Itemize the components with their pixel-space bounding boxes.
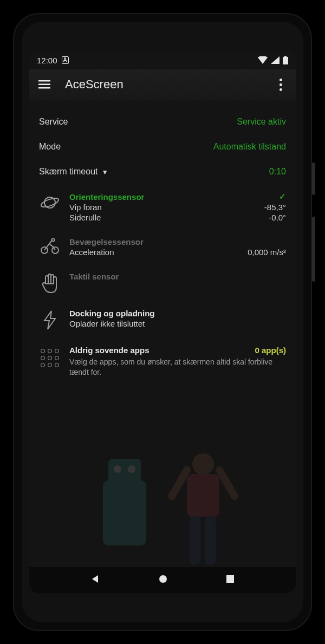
mode-label: Mode: [39, 142, 61, 152]
svg-rect-0: [283, 57, 288, 64]
kebab-icon: [280, 79, 282, 91]
status-bar: 12:00 A: [29, 51, 296, 69]
pitch-label: Vip foran: [69, 203, 102, 212]
docking-sub: Oplader ikke tilsluttet: [69, 319, 145, 328]
phone-frame: 12:00 A AceScreen: [13, 13, 312, 631]
square-recent-icon: [226, 575, 235, 583]
nav-back-button[interactable]: [90, 574, 100, 586]
navigation-bar: [29, 567, 296, 593]
svg-rect-3: [38, 84, 50, 86]
svg-point-6: [40, 197, 60, 209]
docking-title: Docking og opladning: [69, 309, 155, 318]
motion-title: Bevægelsessensor: [69, 237, 144, 246]
app-bar: AceScreen: [29, 69, 296, 100]
service-value: Service aktiv: [237, 117, 286, 127]
orientation-title: Orienteringssensor: [69, 192, 144, 201]
planet-icon: [39, 192, 61, 222]
overflow-menu-button[interactable]: [270, 74, 291, 95]
apps-title: Aldrig sovende apps: [69, 346, 150, 355]
svg-rect-1: [284, 56, 287, 57]
wifi-icon: [258, 56, 268, 64]
status-time: 12:00: [37, 56, 57, 65]
content: Service Service aktiv Mode Automatisk ti…: [29, 100, 296, 567]
apps-count: 0 app(s): [255, 346, 286, 355]
svg-rect-2: [38, 80, 50, 82]
timeout-label: Skærm timeout ▼: [39, 167, 108, 177]
mode-value: Automatisk tilstand: [213, 142, 286, 152]
nav-home-button[interactable]: [158, 574, 168, 586]
pitch-value: -85,3°: [264, 203, 286, 212]
apps-sub: Vælg de apps, som du ønsker, at skærmen …: [69, 355, 286, 378]
circle-home-icon: [158, 574, 168, 584]
motion-sensor-block[interactable]: Bevægelsessensor Acceleration 0,000 m/s²: [39, 230, 286, 264]
svg-point-10: [159, 575, 167, 583]
svg-rect-11: [226, 575, 234, 583]
tactile-title: Taktil sensor: [69, 272, 119, 281]
accel-value: 0,000 m/s²: [248, 248, 286, 257]
battery-icon: [283, 56, 288, 64]
chevron-down-icon: ▼: [100, 168, 108, 176]
svg-rect-4: [38, 87, 50, 89]
roll-label: Siderulle: [69, 213, 101, 222]
hamburger-icon: [38, 80, 50, 89]
docking-block[interactable]: Docking og opladning Oplader ikke tilslu…: [39, 301, 286, 338]
service-row[interactable]: Service Service aktiv: [39, 109, 286, 134]
hamburger-menu-button[interactable]: [34, 74, 55, 95]
triangle-back-icon: [90, 574, 100, 584]
cyclist-icon: [39, 237, 61, 257]
accel-label: Acceleration: [69, 248, 114, 257]
app-title: AceScreen: [65, 77, 260, 92]
cellular-icon: [271, 56, 280, 64]
apps-grid-icon: [39, 346, 61, 378]
background-illustration: [29, 410, 296, 567]
never-sleep-apps-block[interactable]: Aldrig sovende apps 0 app(s) Vælg de app…: [39, 338, 286, 385]
check-icon: ✓: [279, 192, 286, 201]
hand-icon: [39, 272, 61, 294]
timeout-value: 0:10: [269, 167, 286, 177]
service-label: Service: [39, 117, 68, 127]
nav-recent-button[interactable]: [226, 575, 235, 586]
app-screen: 12:00 A AceScreen: [29, 51, 296, 593]
orientation-sensor-block[interactable]: Orienteringssensor ✓ Vip foran -85,3° Si…: [39, 184, 286, 230]
lightning-icon: [39, 309, 61, 330]
svg-point-9: [52, 239, 55, 242]
roll-value: -0,0°: [269, 213, 286, 222]
tactile-sensor-block[interactable]: Taktil sensor: [39, 264, 286, 301]
keyboard-lang-icon: A: [62, 56, 69, 64]
mode-row[interactable]: Mode Automatisk tilstand: [39, 134, 286, 159]
timeout-row[interactable]: Skærm timeout ▼ 0:10: [39, 159, 286, 184]
